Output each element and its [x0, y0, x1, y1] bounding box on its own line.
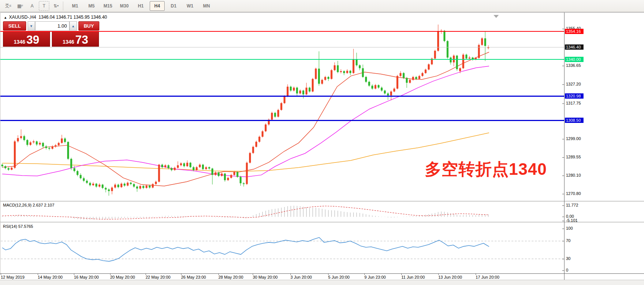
ask-price-big: 73: [75, 34, 88, 46]
axis-tick: [562, 139, 564, 139]
rsi-axis-label: 30: [566, 256, 570, 261]
expert-advisor-icon[interactable]: 爻E: [3, 1, 13, 11]
volume-decrease-button[interactable]: ▼: [28, 21, 35, 31]
ask-price-display[interactable]: 1346 73: [52, 31, 99, 47]
timeframe-button-m15[interactable]: M15: [100, 1, 115, 11]
rsi-axis-label: 100: [566, 226, 573, 230]
macd-axis-label: 11.772: [566, 203, 578, 207]
text-label-tool-icon[interactable]: T: [39, 1, 49, 11]
date-axis-label: 12 May 2019: [1, 275, 25, 279]
horizontal-level-line[interactable]: [0, 31, 564, 32]
timeframe-button-m1[interactable]: M1: [68, 1, 83, 11]
price-badge: 1354.16: [565, 29, 584, 34]
date-axis-tick: [401, 273, 402, 275]
axis-tick: [562, 84, 564, 85]
sell-button[interactable]: SELL: [3, 21, 26, 31]
axis-tick: [562, 259, 564, 259]
ask-price-small: 1346: [63, 38, 74, 46]
axis-tick: [562, 66, 564, 66]
horizontal-level-line[interactable]: [0, 47, 564, 47]
date-axis-label: 5 Jun 20:00: [328, 275, 350, 279]
horizontal-level-line[interactable]: [0, 59, 564, 60]
rsi-axis-label: 0: [566, 268, 568, 272]
annotation-text: 多空转折点1340: [425, 158, 547, 180]
bid-price-display[interactable]: 1346 39: [3, 31, 50, 47]
price-axis-label: 1317.75: [566, 101, 581, 105]
volume-input[interactable]: 1.00: [35, 21, 70, 31]
timeframe-bar: M1M5M15M30H1H4D1W1MN: [67, 1, 215, 11]
axis-tick: [562, 103, 564, 104]
date-axis-label: 16 May 20:00: [74, 275, 99, 279]
buy-button[interactable]: BUY: [78, 21, 99, 31]
timeframe-button-mn[interactable]: MN: [199, 1, 214, 11]
price-axis-label: 1289.55: [566, 155, 581, 159]
axis-tick: [562, 241, 564, 241]
fibonacci-grid-icon[interactable]: ▦F: [15, 1, 25, 11]
horizontal-level-line[interactable]: [0, 120, 564, 121]
bid-price-big: 39: [27, 34, 39, 46]
arrow-tools-icon[interactable]: ⇅▾: [51, 1, 61, 11]
price-axis-label: 1280.10: [566, 173, 581, 177]
price-badge: 1320.98: [565, 93, 584, 99]
date-axis-tick: [290, 273, 291, 275]
chart-shift-marker-icon[interactable]: [494, 15, 499, 18]
ohlc-readout: 1346.04 1346.71 1345.95 1346.40: [38, 15, 107, 20]
price-axis-label: 1299.00: [566, 136, 581, 141]
axis-tick: [562, 270, 564, 271]
symbol-label: XAUUSD-,H4: [9, 15, 36, 20]
date-axis-tick: [1, 273, 1, 275]
timeframe-button-h1[interactable]: H1: [133, 1, 148, 11]
price-axis-label: 1327.20: [566, 82, 581, 86]
axis-tick: [562, 205, 564, 206]
toolbar-grip[interactable]: [63, 2, 65, 10]
date-axis-tick: [38, 273, 38, 275]
date-axis-tick: [110, 273, 111, 275]
timeframe-button-w1[interactable]: W1: [183, 1, 197, 11]
rsi-label: RSI(14) 57.5765: [3, 224, 33, 229]
date-axis-label: 11 Jun 20:00: [401, 275, 425, 279]
price-badge: 1308.50: [565, 118, 584, 123]
chart-window[interactable]: [0, 12, 644, 285]
chart-title: ▲XAUUSD-,H4 1346.04 1346.71 1345.95 1346…: [4, 15, 107, 20]
horizontal-scrollbar[interactable]: [0, 280, 644, 285]
price-badge: 1340.00: [565, 57, 584, 62]
one-click-trading-panel: SELL ▼ 1.00 ▲ BUY 1346 39 1346 73: [3, 21, 99, 47]
timeframe-button-m5[interactable]: M5: [84, 1, 99, 11]
timeframe-button-m30[interactable]: M30: [117, 1, 132, 11]
date-axis-tick: [218, 273, 219, 275]
axis-tick: [562, 221, 564, 221]
date-axis-tick: [74, 273, 74, 275]
bid-price-small: 1346: [14, 38, 25, 46]
date-axis-label: 20 May 20:00: [110, 275, 135, 279]
date-axis-label: 9 Jun 23:00: [364, 275, 386, 279]
date-axis-label: 30 May 20:00: [253, 275, 278, 279]
macd-panel-divider[interactable]: [0, 201, 644, 202]
timeframe-button-d1[interactable]: D1: [166, 1, 181, 11]
date-axis-label: 28 May 20:00: [218, 275, 243, 279]
date-axis-label: 26 May 23:00: [181, 275, 206, 279]
macd-label: MACD(12,26,9) 2.637 2.107: [3, 203, 55, 207]
price-axis-label: 1336.65: [566, 63, 581, 68]
price-badge: 1346.40: [565, 44, 584, 50]
timeframe-button-h4[interactable]: H4: [150, 1, 165, 11]
axis-tick: [562, 229, 564, 229]
symbol-marker-icon: ▲: [4, 16, 7, 19]
date-axis-label: 22 May 20:00: [146, 275, 171, 279]
date-axis-label: 17 Jun 20:00: [476, 275, 500, 279]
axis-tick: [562, 217, 564, 217]
chart-left-border: [0, 12, 0, 280]
date-axis-label: 14 May 20:00: [38, 275, 63, 279]
axis-tick: [562, 29, 564, 29]
rsi-axis-label: 70: [566, 238, 570, 243]
horizontal-level-line[interactable]: [0, 96, 564, 97]
date-axis-tick: [438, 273, 439, 275]
macd-axis-label: -5.101: [566, 218, 578, 223]
date-axis-tick: [146, 273, 146, 275]
volume-increase-button[interactable]: ▲: [69, 21, 77, 31]
rsi-panel-divider[interactable]: [0, 222, 644, 223]
date-axis-tick: [328, 273, 329, 275]
text-tool-icon[interactable]: A: [27, 1, 37, 11]
date-axis-label: 13 Jun 20:00: [438, 275, 462, 279]
axis-tick: [562, 176, 564, 176]
date-axis-tick: [181, 273, 181, 275]
